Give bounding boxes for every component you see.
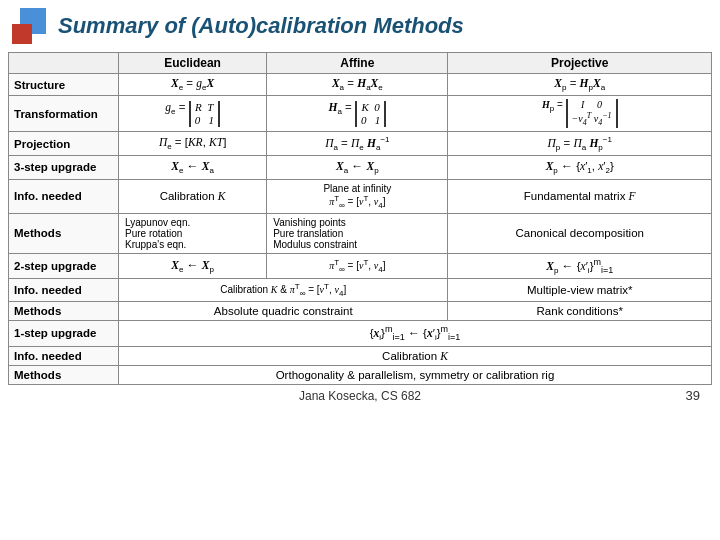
cell-methods3-all: Orthogonality & parallelism, symmetry or… xyxy=(119,365,712,384)
cell-methods1-affine: Vanishing pointsPure translationModulus … xyxy=(267,213,448,253)
slide-title: Summary of (Auto)calibration Methods xyxy=(58,13,464,39)
row-label-methods2: Methods xyxy=(9,302,119,321)
table-row: Methods Absolute quadric constraint Rank… xyxy=(9,302,712,321)
cell-proj-affine: Πa = Πe Ha−1 xyxy=(267,132,448,156)
table-row: Methods Lyapunov eqn.Pure rotationKruppa… xyxy=(9,213,712,253)
main-table-container: Euclidean Affine Projective Structure Xe… xyxy=(0,52,720,385)
table-row: Transformation ge = R T 0 1 Ha = K 0 0 1 xyxy=(9,96,712,132)
row-label-info2: Info. needed xyxy=(9,279,119,302)
table-row: Projection Πe = [KR, KT] Πa = Πe Ha−1 Πp… xyxy=(9,132,712,156)
cell-structure-affine: Xa = HaXe xyxy=(267,74,448,96)
col-header-euclidean: Euclidean xyxy=(119,53,267,74)
calibration-table: Euclidean Affine Projective Structure Xe… xyxy=(8,52,712,385)
cell-methods2-projective: Rank conditions* xyxy=(448,302,712,321)
cell-structure-projective: Xp = HpXa xyxy=(448,74,712,96)
cell-1step-all: {xi}mi=1 ← {x′i}mi=1 xyxy=(119,321,712,346)
slide-footer: Jana Kosecka, CS 682 39 xyxy=(0,389,720,403)
cell-info1-affine: Plane at infinity πT∞ = [vT, v4] xyxy=(267,179,448,213)
table-row: Methods Orthogonality & parallelism, sym… xyxy=(9,365,712,384)
col-header-affine: Affine xyxy=(267,53,448,74)
row-label-1step: 1-step upgrade xyxy=(9,321,119,346)
table-row: 2-step upgrade Xe ← Xp πT∞ = [vT, v4] Xp… xyxy=(9,253,712,278)
cell-transform-euclidean: ge = R T 0 1 xyxy=(119,96,267,132)
cell-info1-euclidean: Calibration K xyxy=(119,179,267,213)
cell-info3-all: Calibration K xyxy=(119,346,712,365)
cell-transform-affine: Ha = K 0 0 1 xyxy=(267,96,448,132)
cell-2step-projective: Xp ← {x′i}mi=1 xyxy=(448,253,712,278)
row-label-projection: Projection xyxy=(9,132,119,156)
red-square xyxy=(12,24,32,44)
cell-3step-affine: Xa ← Xp xyxy=(267,156,448,179)
col-header-projective: Projective xyxy=(448,53,712,74)
cell-2step-euclidean: Xe ← Xp xyxy=(119,253,267,278)
row-label-methods1: Methods xyxy=(9,213,119,253)
table-header-row: Euclidean Affine Projective xyxy=(9,53,712,74)
row-label-transformation: Transformation xyxy=(9,96,119,132)
header-icon xyxy=(12,8,48,44)
table-row: Structure Xe = geX Xa = HaXe Xp = HpXa xyxy=(9,74,712,96)
cell-info2-projective: Multiple-view matrix* xyxy=(448,279,712,302)
page-number: 39 xyxy=(686,388,700,403)
cell-transform-projective: Hp = I 0 −v4T v4−1 xyxy=(448,96,712,132)
cell-info2-euclidean-affine: Calibration K & πT∞ = [vT, v4] xyxy=(119,279,448,302)
cell-structure-euclidean: Xe = geX xyxy=(119,74,267,96)
cell-proj-euclidean: Πe = [KR, KT] xyxy=(119,132,267,156)
cell-2step-affine: πT∞ = [vT, v4] xyxy=(267,253,448,278)
cell-3step-projective: Xp ← {x′1, x′2} xyxy=(448,156,712,179)
row-label-2step: 2-step upgrade xyxy=(9,253,119,278)
cell-methods1-projective: Canonical decomposition xyxy=(448,213,712,253)
footer-label: Jana Kosecka, CS 682 xyxy=(299,389,421,403)
table-row: Info. needed Calibration K xyxy=(9,346,712,365)
row-label-methods3: Methods xyxy=(9,365,119,384)
cell-proj-projective: Πp = Πa Hp−1 xyxy=(448,132,712,156)
cell-methods1-euclidean: Lyapunov eqn.Pure rotationKruppa's eqn. xyxy=(119,213,267,253)
table-row: Info. needed Calibration K Plane at infi… xyxy=(9,179,712,213)
row-label-info3: Info. needed xyxy=(9,346,119,365)
row-label-structure: Structure xyxy=(9,74,119,96)
cell-methods2-euclidean-affine: Absolute quadric constraint xyxy=(119,302,448,321)
cell-info1-projective: Fundamental matrix F xyxy=(448,179,712,213)
row-label-3step: 3-step upgrade xyxy=(9,156,119,179)
table-row: 1-step upgrade {xi}mi=1 ← {x′i}mi=1 xyxy=(9,321,712,346)
table-row: Info. needed Calibration K & πT∞ = [vT, … xyxy=(9,279,712,302)
row-label-info1: Info. needed xyxy=(9,179,119,213)
table-row: 3-step upgrade Xe ← Xa Xa ← Xp Xp ← {x′1… xyxy=(9,156,712,179)
cell-3step-euclidean: Xe ← Xa xyxy=(119,156,267,179)
col-header-empty xyxy=(9,53,119,74)
slide-header: Summary of (Auto)calibration Methods xyxy=(0,0,720,50)
